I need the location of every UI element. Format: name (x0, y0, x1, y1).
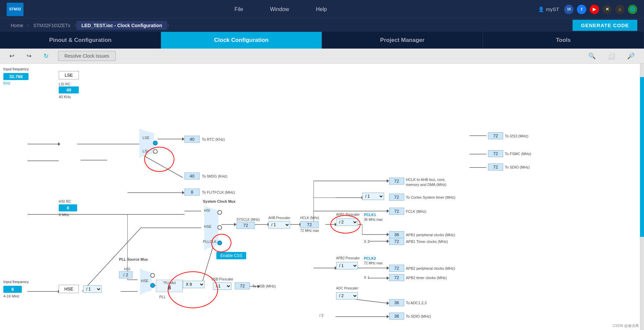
adc-val[interactable]: 36 (389, 299, 404, 306)
fsmc-label: To FSMC (MHz) (505, 152, 531, 156)
pll-hse-radio[interactable] (150, 283, 155, 288)
lse-component[interactable]: LSE (59, 71, 79, 79)
hse-mux-label: HSE (204, 224, 212, 228)
adc-out-label: To ADC1,2,3 (406, 301, 427, 305)
input-freq2-val[interactable]: 8 (3, 286, 22, 293)
pll-label: PLL (159, 295, 166, 299)
hse-div-select[interactable]: / 1 (83, 285, 102, 293)
tab-clock[interactable]: Clock Configuration (161, 32, 322, 49)
tab-project[interactable]: Project Manager (322, 32, 483, 49)
tab-tools[interactable]: Tools (483, 32, 644, 49)
apb2-timer-label: APB2 timer clocks (MHz) (406, 276, 447, 280)
scrollbar[interactable] (640, 64, 644, 330)
icon-github[interactable]: ⌂ (615, 5, 625, 14)
pll-mul-select[interactable]: X 9 (183, 281, 205, 288)
myst-button[interactable]: 👤 myST (538, 6, 559, 12)
usb-div-select[interactable]: / 1 (213, 282, 231, 290)
to-rtc-label: To RTC (KHz) (202, 137, 225, 141)
redo-button[interactable]: ↪ (24, 51, 34, 61)
rtc-val[interactable]: 40 (184, 136, 200, 143)
zoom-out-button[interactable]: 🔎 (625, 51, 637, 61)
top-menu-bar: STM32 File Window Help 👤 myST 10 f ▶ ✕ ⌂… (0, 0, 644, 18)
menu-window[interactable]: Window (270, 6, 289, 12)
icon-twitter-x[interactable]: ✕ (602, 5, 612, 14)
to-flit-label: To FLITFCLK (MHz) (202, 190, 235, 194)
hsi-mux-label: HSI (204, 208, 210, 212)
apb1-label: APB1 Prescaler (336, 213, 360, 216)
icon-youtube[interactable]: ▶ (590, 5, 599, 14)
app-logo: STM32 (7, 3, 23, 16)
pll-hsi-div[interactable]: / 2 (119, 271, 132, 278)
ahb-bus-val[interactable]: 72 (389, 178, 404, 185)
apb1-x2: X 2 (364, 240, 370, 244)
adc-select[interactable]: / 2 (336, 292, 358, 300)
apb1-select[interactable]: / 2 (336, 218, 358, 226)
undo-button[interactable]: ↩ (7, 51, 17, 61)
ahb-prescaler-select[interactable]: / 1 (268, 221, 290, 228)
icon-10years[interactable]: 10 (564, 5, 574, 14)
pll-hsi-radio[interactable] (150, 273, 155, 278)
icon-facebook[interactable]: f (577, 5, 586, 14)
flit-val[interactable]: 8 (184, 189, 200, 196)
sdio-div-label: / 2 (319, 313, 323, 317)
menu-file[interactable]: File (234, 6, 243, 12)
apb2-select[interactable]: / 1 (336, 262, 358, 269)
pllclk-mux-label: PLLCLK (203, 240, 217, 244)
pll-sys-radio[interactable] (217, 241, 222, 245)
apb1-timer-label: APB1 Timer clocks (MHz) (406, 240, 448, 244)
apb2-peri-val[interactable]: 72 (389, 265, 404, 272)
icon-globe[interactable]: 🌐 (628, 5, 637, 14)
apb1-timer-val[interactable]: 72 (389, 238, 404, 245)
logo-box: STM32 (7, 3, 23, 16)
hse-sys-radio[interactable] (217, 225, 222, 230)
fsmc-val[interactable]: 72 (488, 150, 503, 157)
refresh-button[interactable]: ↻ (41, 51, 51, 61)
tab-bar: Pinout & Configuration Clock Configurati… (0, 32, 644, 49)
hsi-sys-radio[interactable] (217, 210, 222, 215)
hsi-value[interactable]: 8 (59, 204, 77, 211)
cortex-div-container: / 1 (362, 193, 384, 200)
apb2-timer-val[interactable]: 72 (389, 274, 404, 281)
fclk-val[interactable]: 72 (389, 208, 404, 215)
menu-help[interactable]: Help (316, 6, 327, 12)
svg-marker-35 (387, 209, 389, 213)
svg-marker-39 (387, 266, 389, 270)
apb1-peri-val[interactable]: 36 (389, 231, 404, 238)
breadcrumb-home[interactable]: Home (7, 23, 27, 28)
scrollbar-thumb[interactable] (640, 77, 644, 237)
i2s3-val[interactable]: 72 (488, 132, 503, 139)
lse-radio-unselected[interactable] (153, 149, 158, 154)
tab-pinout[interactable]: Pinout & Configuration (0, 32, 161, 49)
svg-marker-30 (387, 179, 389, 183)
apb2-x1: X 1 (364, 275, 370, 279)
generate-code-button[interactable]: GENERATE CODE (573, 20, 637, 31)
sdio-top-val[interactable]: 72 (488, 163, 503, 171)
enable-css-button[interactable]: Enable CSS (216, 252, 246, 259)
zoom-in-button[interactable]: 🔍 (586, 51, 598, 61)
hclk-label: HCLK (MHz) (300, 216, 319, 220)
cortex-prescaler-select[interactable]: / 1 (362, 193, 384, 200)
user-icon: 👤 (538, 6, 544, 12)
breadcrumb-board[interactable]: STM32F103ZETx (29, 23, 74, 28)
ahb-bus-label: HCLK to AHB bus, core, (406, 178, 445, 182)
lsi-unit: 40 KHz (59, 95, 71, 99)
sysclk-val[interactable]: 72 (236, 222, 255, 229)
svg-marker-25 (387, 233, 389, 236)
pll-hse-label: HSE (141, 279, 149, 283)
breadcrumb-sep2: › (74, 22, 76, 29)
svg-marker-27 (387, 240, 389, 243)
iwdg-val[interactable]: 40 (184, 173, 200, 180)
lse-radio-selected[interactable] (153, 141, 158, 145)
pll-mul-label: *PLLMul 8 (156, 280, 183, 292)
sdio-val[interactable]: 36 (389, 313, 404, 320)
hclk-val[interactable]: 72 (300, 221, 319, 228)
resolve-clock-button[interactable]: Resolve Clock Issues (58, 51, 116, 61)
lsi-value[interactable]: 40 (59, 86, 79, 93)
sdio-top-label: To SDIO (MHz) (505, 165, 530, 169)
right-icons: 👤 myST 10 f ▶ ✕ ⌂ 🌐 (538, 5, 637, 14)
hse-component[interactable]: HSE (59, 285, 79, 293)
fit-button[interactable]: ⬜ (605, 51, 618, 61)
usb-val[interactable]: 72 (235, 282, 250, 289)
cortex-val[interactable]: 72 (389, 194, 404, 201)
input-freq1-value[interactable]: 32.768 (3, 73, 29, 80)
